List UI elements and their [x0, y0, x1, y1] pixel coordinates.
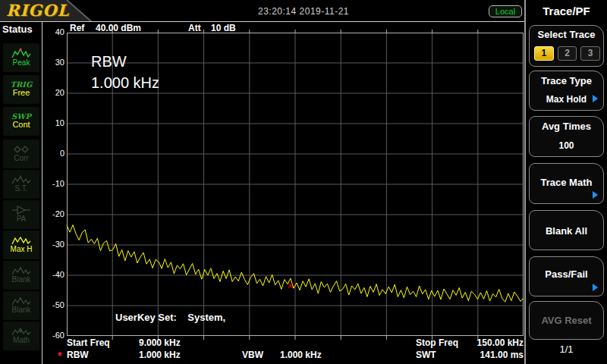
menu-title: Trace/PF: [526, 5, 607, 17]
avg-reset-button: AVG Reset: [529, 301, 604, 340]
swt-label: SWT: [416, 350, 436, 360]
ref-level-value: 40.00 dBm: [96, 23, 141, 33]
peak-waveform-icon: [11, 48, 31, 59]
trace-2-button[interactable]: 2: [558, 46, 577, 61]
status-label: PA: [17, 215, 27, 224]
status-label: Max H: [11, 246, 33, 254]
analyzer-screen: RIGOL 23:20:14 2019-11-21 Local Status P…: [0, 0, 607, 364]
clock-display: 23:20:14 2019-11-21: [258, 6, 379, 17]
menu-page-indicator: 1/1: [526, 344, 607, 355]
pass-fail-button[interactable]: Pass/Fail: [529, 256, 604, 297]
status-label: S.T.: [14, 185, 27, 193]
submenu-arrow-icon: [593, 284, 598, 291]
status-panel-title: Status: [2, 24, 33, 35]
y-axis-tick-label: -60: [30, 331, 64, 340]
status-label: Peak: [13, 59, 30, 67]
submenu-arrow-icon: [593, 95, 598, 102]
trace-math-label: Trace Math: [530, 177, 603, 188]
local-status-badge: Local: [489, 5, 522, 17]
pass-fail-label: Pass/Fail: [530, 268, 603, 280]
trace-1-button[interactable]: 1: [534, 46, 554, 61]
blank-all-button[interactable]: Blank All: [529, 210, 604, 250]
avg-times-button[interactable]: Avg Times 100: [529, 116, 604, 157]
status-label: Corr: [14, 155, 28, 163]
rbw-changed-indicator: *: [58, 350, 61, 362]
avg-reset-label: AVG Reset: [530, 315, 603, 326]
stop-freq-label: Stop Freq: [416, 337, 458, 348]
start-freq-value: 9.000 kHz: [139, 337, 181, 348]
stop-freq-value: 150.00 kHz: [454, 337, 524, 348]
rbw-label: RBW: [67, 350, 89, 360]
y-axis-tick-label: -10: [30, 179, 64, 189]
status-label: Blank: [11, 276, 30, 284]
trace-type-label: Trace Type: [530, 75, 603, 86]
y-axis-tick-label: -20: [30, 209, 64, 219]
y-axis-tick-label: -30: [30, 240, 64, 249]
trace-math-button[interactable]: Trace Math: [529, 163, 604, 204]
header-separator: [0, 21, 525, 22]
attenuation-value: 10 dB: [211, 23, 236, 33]
y-axis-tick-label: 0: [30, 149, 64, 158]
blank-all-label: Blank All: [530, 225, 603, 237]
ref-level-label: Ref: [70, 23, 84, 33]
status-label: Free: [13, 89, 30, 98]
vbw-value: 1.000 kHz: [280, 350, 322, 360]
trace-number-row: 1 2 3: [534, 46, 600, 61]
rigol-logo: RIGOL: [6, 1, 69, 20]
status-label: Math: [13, 337, 30, 345]
swt-value: 141.00 ms: [454, 350, 524, 360]
status-label: Blank: [11, 306, 30, 315]
status-label: Cont: [12, 121, 30, 130]
y-axis-tick-label: -50: [30, 300, 64, 310]
menu-panel-separator: [524, 0, 526, 364]
vbw-label: VBW: [242, 350, 263, 360]
attenuation-label: Att: [188, 23, 201, 33]
submenu-arrow-icon: [593, 191, 598, 199]
rbw-value: 1.000 kHz: [139, 350, 181, 360]
y-axis-tick-label: 20: [30, 88, 64, 98]
select-trace-label: Select Trace: [530, 29, 603, 40]
avg-times-label: Avg Times: [530, 121, 603, 132]
avg-times-value: 100: [530, 140, 603, 151]
y-axis-tick-label: 10: [30, 118, 64, 128]
y-axis-tick-label: -40: [30, 270, 64, 280]
rbw-annotation-value: 1.000 kHz: [91, 74, 159, 92]
y-axis-tick-label: 40: [30, 27, 64, 37]
sidebar-separator: [42, 21, 42, 364]
trace-3-button[interactable]: 3: [580, 46, 600, 61]
userkey-message: UserKey Set: System,: [115, 312, 225, 323]
start-freq-label: Start Freq: [67, 337, 110, 348]
select-trace-button[interactable]: Select Trace 1 2 3: [529, 25, 604, 67]
y-axis-tick-label: 30: [30, 58, 64, 67]
trace-type-button[interactable]: Trace Type Max Hold: [529, 71, 604, 111]
rbw-annotation-title: RBW: [91, 53, 127, 71]
